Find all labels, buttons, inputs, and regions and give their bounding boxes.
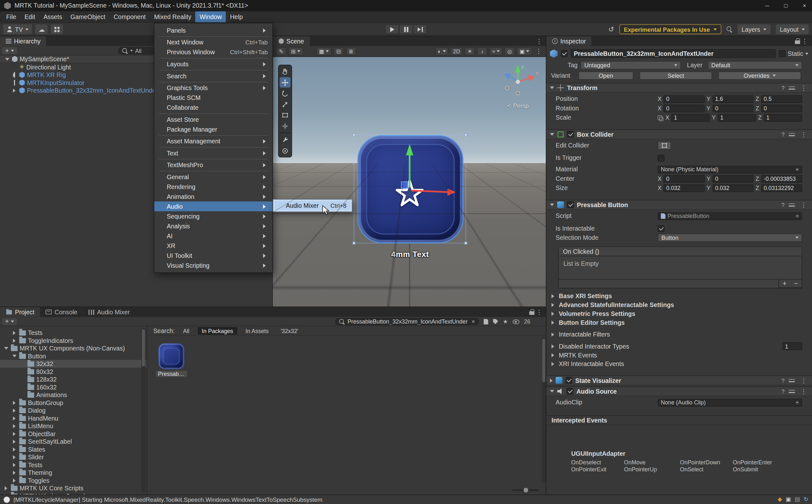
foldout-mrtk-events[interactable]: MRTK Events	[546, 350, 812, 359]
audio-source-header[interactable]: Audio Source ? ⋮	[546, 386, 812, 396]
menu-item-ui-toolkit[interactable]: UI Toolkit	[154, 251, 272, 260]
project-folder-listmenu[interactable]: ListMenu	[0, 422, 147, 430]
help-icon[interactable]: ?	[781, 388, 784, 395]
orientation-gizmo[interactable]: y x	[494, 60, 541, 104]
kebab-menu-icon[interactable]: ⋮	[799, 388, 808, 395]
expand-arrow-icon[interactable]	[11, 478, 17, 482]
axis-field-z[interactable]: -0.00033853	[761, 175, 802, 182]
minimize-button[interactable]: ─	[760, 0, 775, 11]
tab-hierarchy[interactable]: Hierarchy	[0, 36, 46, 46]
material-object-field[interactable]: None (Physic Material)	[658, 166, 802, 173]
menu-item-plastic-scm[interactable]: Plastic SCM	[154, 93, 272, 102]
project-folder-animations[interactable]: Animations	[0, 391, 147, 399]
tab-scene[interactable]: Scene	[273, 36, 310, 46]
menu-item-asset-management[interactable]: Asset Management	[154, 136, 272, 146]
axis-field-z[interactable]: 1	[764, 114, 802, 121]
project-folder-128x32[interactable]: 128x32	[0, 376, 147, 383]
menu-item-graphics-tools[interactable]: Graphics Tools	[154, 83, 272, 93]
kebab-menu-icon[interactable]: ⋮	[799, 377, 808, 384]
effects-dropdown[interactable]: ≈	[489, 47, 502, 56]
axis-field-z[interactable]: 0.03132292	[761, 184, 802, 192]
prefab-select-button[interactable]: Select	[639, 71, 712, 80]
move-tool-button[interactable]	[280, 77, 291, 88]
menu-item-analysis[interactable]: Analysis	[154, 221, 272, 231]
axis-field-z[interactable]: 0.5	[761, 95, 802, 103]
static-checkbox[interactable]	[779, 50, 785, 57]
object-picker-icon[interactable]	[794, 213, 800, 219]
scene-viewport[interactable]: 4mm Text y x < Persp	[273, 57, 546, 307]
layers-dropdown[interactable]: Layers	[737, 24, 771, 34]
expand-arrow-icon[interactable]	[11, 416, 17, 420]
tab-audio-mixer[interactable]: Audio Mixer	[83, 307, 135, 317]
project-folder-toggleindicators[interactable]: ToggleIndicators	[0, 337, 147, 344]
maximize-button[interactable]: □	[778, 0, 793, 11]
expand-arrow-icon[interactable]	[11, 355, 17, 357]
axis-field-x[interactable]: 0	[664, 175, 704, 182]
menu-gameobject[interactable]: GameObject	[66, 11, 109, 22]
axis-field-x[interactable]: 0.032	[664, 184, 704, 192]
audioclip-object-field[interactable]: None (Audio Clip)	[658, 398, 802, 406]
status-message[interactable]: [MRTKLifecycleManager] Starting Microsof…	[13, 496, 322, 503]
expand-arrow-icon[interactable]	[11, 88, 17, 92]
active-checkbox[interactable]	[561, 50, 567, 57]
snap-toggle-button[interactable]: ⊟	[333, 47, 344, 56]
menu-item-rendering[interactable]: Rendering	[154, 182, 272, 192]
presets-icon[interactable]	[789, 132, 795, 137]
account-dropdown[interactable]: TV	[3, 24, 32, 34]
project-folder-slider[interactable]: Slider	[0, 453, 147, 461]
kebab-menu-icon[interactable]: ⋮	[799, 84, 808, 91]
menu-item-sequencing[interactable]: Sequencing	[154, 211, 272, 221]
project-folder-160x32[interactable]: 160x32	[0, 383, 147, 391]
project-folder-mrtk-ux-components-non-canvas[interactable]: MRTK UX Components (Non-Canvas)	[0, 344, 147, 352]
pause-button[interactable]	[399, 24, 413, 34]
notification-icon[interactable]: ◆	[777, 496, 782, 503]
step-button[interactable]	[413, 24, 427, 34]
menu-component[interactable]: Component	[109, 11, 150, 22]
asset-item-pressablebutton[interactable]: Pressable...	[156, 343, 187, 377]
presets-icon[interactable]	[789, 389, 795, 394]
presets-icon[interactable]	[789, 202, 795, 207]
lock-icon[interactable]	[529, 311, 534, 315]
snap-increment-button[interactable]: ≣	[346, 47, 356, 56]
menu-item-asset-store[interactable]: Asset Store	[154, 115, 272, 124]
scene-visibility-button[interactable]: ◎	[504, 47, 515, 56]
undo-history-icon[interactable]: ↺	[608, 25, 614, 33]
menu-item-ai[interactable]: AI	[154, 231, 272, 241]
layer-dropdown[interactable]: Default	[708, 61, 802, 69]
expand-arrow-icon[interactable]	[11, 432, 17, 436]
foldout-advanced-statefulinteractable-settings[interactable]: Advanced StatefulInteractable Settings	[546, 300, 812, 309]
menu-item-audio-mixer[interactable]: Audio Mixer Ctrl+8	[274, 201, 350, 210]
static-dropdown-caret[interactable]	[805, 53, 809, 55]
tag-dropdown[interactable]: Untagged	[581, 61, 681, 69]
prefab-open-button[interactable]: Open	[579, 71, 633, 80]
custom-tools-button[interactable]	[280, 134, 291, 145]
search-by-label-icon[interactable]	[493, 319, 498, 324]
project-folder-buttongroup[interactable]: ButtonGroup	[0, 399, 147, 406]
axis-field-x[interactable]: 0	[664, 104, 704, 112]
experimental-packages-dropdown[interactable]: Experimental Packages In Use	[619, 24, 721, 34]
create-asset-button[interactable]: +	[2, 318, 17, 325]
axis-field-z[interactable]: 0	[761, 104, 802, 112]
kebab-menu-icon[interactable]: ⋮	[534, 37, 544, 45]
expand-arrow-icon[interactable]	[4, 58, 10, 60]
scrollbar-thumb[interactable]	[142, 329, 145, 367]
menu-item-xr[interactable]: XR	[154, 241, 272, 251]
save-search-star-icon[interactable]: ★	[503, 318, 508, 325]
menu-item-collaborate[interactable]: Collaborate	[154, 102, 272, 112]
component-enabled-checkbox[interactable]	[566, 377, 572, 384]
selection-mode-dropdown[interactable]: Button	[658, 233, 802, 242]
thumbnail-zoom-slider[interactable]	[512, 489, 539, 491]
kebab-menu-icon[interactable]: ⋮	[799, 131, 808, 138]
scrollbar-thumb[interactable]	[542, 339, 545, 382]
project-folder-32x32[interactable]: 32x32	[0, 360, 147, 368]
gameobject-name-field[interactable]: PressableButton_32x32mm_IconAndTextUnder	[571, 49, 776, 58]
project-folder-mrtk-ux-core-scripts[interactable]: MRTK UX Core Scripts	[0, 484, 147, 492]
foldout-value-field[interactable]: 1	[783, 342, 802, 350]
menu-item-panels[interactable]: Panels	[154, 25, 272, 35]
axis-field-y[interactable]: 0	[712, 104, 753, 112]
state-visualizer-header[interactable]: State Visualizer ? ⋮	[546, 376, 812, 385]
foldout-xri-interactable-events[interactable]: XRI Interactable Events	[546, 359, 812, 368]
axis-field-x[interactable]: 0	[664, 95, 704, 103]
axis-field-y[interactable]: 1	[718, 114, 756, 121]
kebab-menu-icon[interactable]: ⋮	[800, 37, 809, 45]
